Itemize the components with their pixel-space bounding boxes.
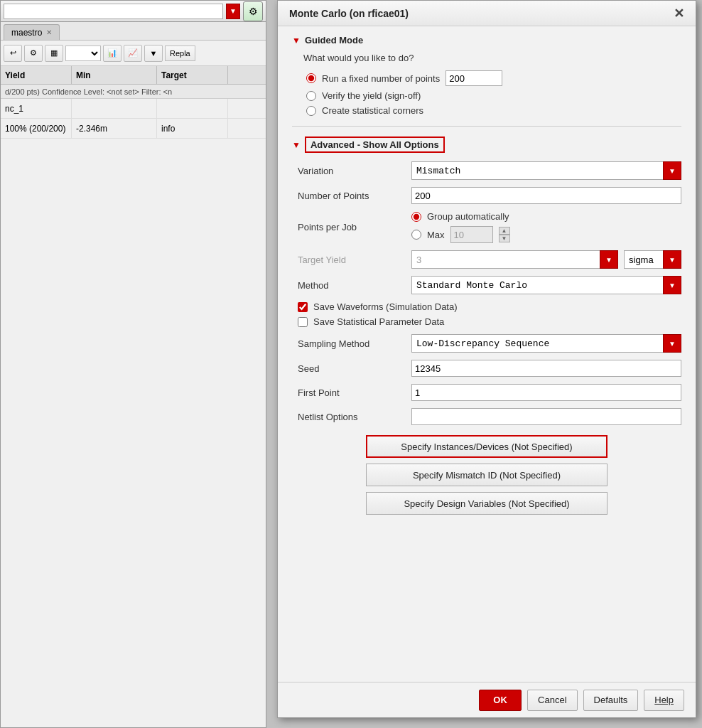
dialog-close-btn[interactable]: ✕ (674, 6, 684, 21)
netlist-options-input[interactable] (411, 408, 681, 425)
tb-btn-1[interactable]: ↩ (4, 45, 22, 62)
buttons-section: Specify Instances/Devices (Not Specified… (292, 435, 681, 515)
guided-mode-title: Guided Mode (305, 35, 363, 46)
bg-td-empty2 (157, 99, 228, 118)
sampling-method-dropdown-btn[interactable]: ▼ (663, 334, 681, 353)
max-spinner-up[interactable]: ▲ (499, 227, 510, 235)
radio-verify-yield[interactable] (306, 91, 316, 101)
variation-dropdown-btn[interactable]: ▼ (663, 161, 681, 180)
save-waveforms-checkbox[interactable] (298, 302, 308, 312)
defaults-button[interactable]: Defaults (583, 690, 639, 711)
guided-mode-collapse-arrow[interactable]: ▼ (292, 36, 301, 46)
radio-row-run-fixed: Run a fixed number of points (306, 70, 681, 86)
points-per-job-label: Points per Job (298, 222, 404, 232)
bg-td-percent: 100% (200/200) (1, 119, 72, 138)
bg-dropdown-btn[interactable]: ▼ (226, 4, 240, 19)
bg-tab-label: maestro (11, 28, 42, 38)
advanced-title[interactable]: Advanced - Show All Options (305, 136, 445, 153)
bg-tab-close[interactable]: ✕ (46, 28, 52, 36)
save-waveforms-label: Save Waveforms (Simulation Data) (313, 301, 458, 312)
dialog-titlebar: Monte Carlo (on rficae01) ✕ (278, 1, 696, 26)
tb-btn-grid[interactable]: ▦ (45, 45, 63, 62)
dialog-footer: OK Cancel Defaults Help (278, 682, 696, 717)
guided-question: What would you like to do? (292, 53, 681, 63)
first-point-label: First Point (298, 387, 404, 398)
bg-settings-btn[interactable]: ⚙ (243, 1, 263, 21)
radio-label-run-fixed: Run a fixed number of points (322, 73, 440, 84)
method-input[interactable] (411, 276, 663, 294)
radio-group-auto[interactable] (411, 212, 421, 222)
specify-instances-btn[interactable]: Specify Instances/Devices (Not Specified… (366, 435, 608, 458)
max-spinner-down[interactable]: ▼ (499, 235, 510, 242)
max-spinner-btns: ▲ ▼ (499, 227, 510, 242)
bg-td-value: -2.346m (72, 119, 157, 138)
bg-td-nc1: nc_1 (1, 99, 72, 118)
variation-dropdown-container: ▼ (411, 161, 681, 180)
target-yield-label: Target Yield (298, 255, 404, 265)
dialog-content: ▼ Guided Mode What would you like to do?… (278, 26, 696, 682)
save-statistical-checkbox[interactable] (298, 317, 308, 327)
replace-btn[interactable]: Repla (165, 46, 195, 61)
specify-mismatch-btn[interactable]: Specify Mismatch ID (Not Specified) (366, 464, 608, 486)
first-point-input[interactable] (411, 384, 681, 401)
guided-mode-header: ▼ Guided Mode (292, 35, 681, 46)
ok-button[interactable]: OK (479, 690, 522, 711)
advanced-section-header: ▼ Advanced - Show All Options (292, 136, 681, 153)
bg-th-min: Min (72, 66, 157, 84)
radio-create-corners[interactable] (306, 106, 316, 116)
target-yield-container: ▼ ▼ (411, 250, 681, 269)
bg-th-target: Target (157, 66, 228, 84)
radio-label-create-corners: Create statistical corners (322, 105, 423, 116)
tb-btn-line[interactable]: 📈 (124, 45, 142, 62)
specify-design-btn[interactable]: Specify Design Variables (Not Specified) (366, 492, 608, 515)
radio-group-auto-label: Group automatically (427, 211, 509, 222)
max-row: Max ▲ ▼ (411, 226, 681, 243)
form-grid: Variation ▼ Number of Points Points per … (292, 161, 681, 294)
tb-select[interactable] (65, 46, 101, 61)
save-waveforms-row: Save Waveforms (Simulation Data) (298, 301, 681, 312)
help-button[interactable]: Help (644, 690, 684, 711)
advanced-collapse-arrow[interactable]: ▼ (292, 140, 301, 150)
max-spinner-input[interactable] (450, 226, 493, 243)
variation-input[interactable] (411, 161, 663, 180)
sigma-dropdown-btn[interactable]: ▼ (663, 250, 681, 269)
bg-row-1: nc_1 (1, 99, 266, 119)
method-dropdown-container: ▼ (411, 276, 681, 294)
dialog-title: Monte Carlo (on rficae01) (289, 8, 409, 19)
netlist-options-label: Netlist Options (298, 412, 404, 422)
bg-td-empty1 (72, 99, 157, 118)
points-input[interactable] (446, 70, 502, 86)
bg-th-yield: Yield (1, 66, 72, 84)
checkboxes-section: Save Waveforms (Simulation Data) Save St… (292, 301, 681, 327)
sampling-method-dropdown-container: ▼ (411, 334, 681, 353)
bg-subheader: d/200 pts) Confidence Level: <not set> F… (1, 85, 266, 99)
save-statistical-row: Save Statistical Parameter Data (298, 316, 681, 327)
radio-max[interactable] (411, 230, 421, 240)
seed-label: Seed (298, 363, 404, 374)
background-app-window: Monte Carlo Sampling ▼ ⚙ maestro ✕ ↩ ⚙ ▦… (0, 0, 266, 728)
tb-btn-chart[interactable]: 📊 (103, 45, 122, 62)
bg-row-2: 100% (200/200) -2.346m info (1, 119, 266, 139)
sigma-input[interactable] (624, 250, 663, 269)
target-yield-dropdown-btn[interactable]: ▼ (600, 250, 618, 269)
radio-run-fixed[interactable] (306, 73, 316, 83)
cancel-button[interactable]: Cancel (527, 690, 577, 711)
sampling-method-input[interactable] (411, 334, 663, 353)
variation-label: Variation (298, 166, 404, 176)
monte-carlo-dialog: Monte Carlo (on rficae01) ✕ ▼ Guided Mod… (277, 0, 696, 718)
points-per-job-container: Group automatically Max ▲ ▼ (411, 211, 681, 243)
method-dropdown-btn[interactable]: ▼ (663, 276, 681, 294)
bg-toolbar: ↩ ⚙ ▦ 📊 📈 ▼ Repla (1, 41, 266, 66)
sigma-dropdown-container: ▼ (624, 250, 681, 269)
bg-td-info: info (157, 119, 228, 138)
bg-title-input[interactable]: Monte Carlo Sampling (4, 4, 223, 19)
tb-btn-dropdown-small[interactable]: ▼ (144, 45, 163, 62)
save-statistical-label: Save Statistical Parameter Data (313, 316, 444, 327)
bg-titlebar: Monte Carlo Sampling ▼ ⚙ (1, 1, 266, 22)
radio-label-verify-yield: Verify the yield (sign-off) (322, 90, 421, 101)
target-yield-input[interactable] (411, 250, 600, 269)
bg-tab-maestro[interactable]: maestro ✕ (4, 24, 60, 40)
num-points-input[interactable] (411, 187, 681, 204)
seed-input[interactable] (411, 360, 681, 377)
tb-btn-settings[interactable]: ⚙ (24, 45, 43, 62)
